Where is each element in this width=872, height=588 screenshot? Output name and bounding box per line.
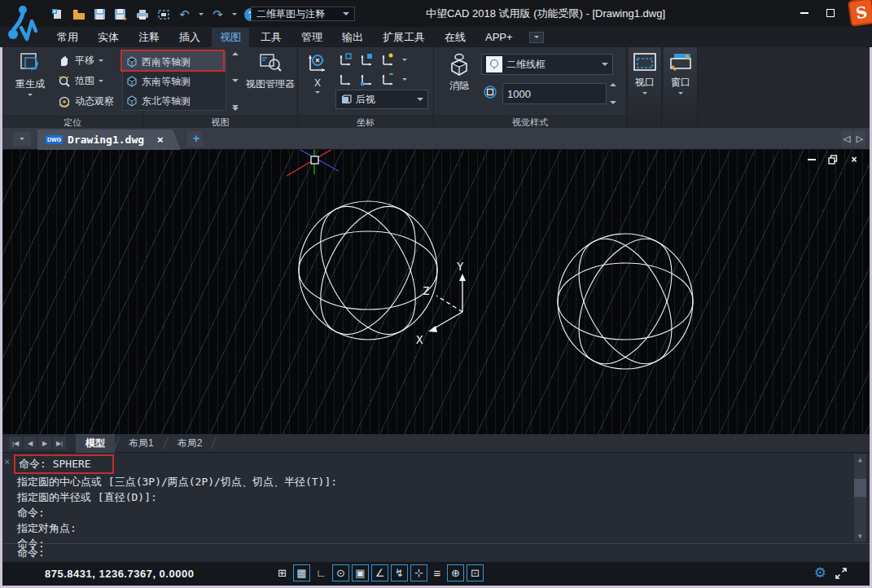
logo-letter: S (855, 2, 869, 22)
detail-value-input[interactable]: 1000 (502, 83, 607, 104)
layout-last-button[interactable]: ▶| (53, 437, 66, 450)
osnap-toggle-icon[interactable]: ▣ (352, 564, 369, 581)
drawing-minimize-button[interactable] (806, 155, 817, 165)
add-viewport-icon[interactable]: ⊕ (447, 564, 464, 581)
undo-icon[interactable]: ↶ (177, 8, 191, 21)
dynamic-input-toggle-icon[interactable]: ⊹ (410, 564, 427, 581)
tab-layout2[interactable]: 布局2 (168, 434, 213, 453)
new-document-button[interactable]: + (187, 131, 205, 147)
view-item-ne-isometric[interactable]: 东北等轴测 (123, 91, 226, 111)
viewport-button[interactable]: 视口 (630, 52, 659, 94)
application-window: ↶ ↷ ? 二维草图与注释 中望CAD 2018 试用版 (功能受限) - [D… (0, 0, 872, 588)
status-menu-icon[interactable]: ≡ (430, 564, 445, 581)
ucs-world-icon[interactable] (339, 52, 353, 67)
hide-button[interactable]: 消隐 (442, 52, 476, 93)
command-close-icon[interactable]: × (4, 456, 10, 467)
tab-view[interactable]: 视图 (212, 28, 249, 47)
drawing-canvas[interactable]: × Y (2, 150, 870, 434)
command-scrollbar[interactable]: ▲ ▼ (854, 454, 866, 542)
window-label: 窗口 (671, 76, 690, 90)
ucs-origin-icon[interactable] (360, 72, 375, 86)
scroll-up-icon[interactable] (232, 52, 239, 55)
tab-online[interactable]: 在线 (436, 28, 474, 47)
tab-solid[interactable]: 实体 (90, 28, 127, 47)
window-button[interactable]: 窗口 (666, 52, 695, 94)
status-right-controls: ⚙ (814, 564, 848, 581)
command-input[interactable]: 命令: (17, 546, 45, 560)
undo-dropdown-icon[interactable] (199, 13, 204, 15)
layout-next-button[interactable]: ▶ (38, 437, 51, 450)
tab-tools[interactable]: 工具 (252, 28, 290, 47)
named-view-dropdown[interactable]: 后视 (335, 90, 428, 109)
chevron-down-icon[interactable] (402, 59, 407, 61)
plot-preview-icon[interactable] (156, 8, 170, 21)
spinner-down-icon[interactable] (610, 101, 616, 104)
scroll-down-icon[interactable] (232, 79, 239, 82)
ribbon-options-button[interactable] (529, 32, 544, 43)
print-icon[interactable] (135, 8, 149, 21)
panel-visual-styles-label: 视觉样式 (434, 116, 626, 128)
panel-views-label: 视图 (143, 116, 297, 128)
ucs-previous-icon[interactable] (339, 72, 353, 86)
ortho-toggle-icon[interactable]: ∟ (313, 564, 330, 581)
fullscreen-icon[interactable] (835, 567, 848, 580)
workspace-dropdown[interactable]: 二维草图与注释 (251, 7, 355, 21)
ucs-z-axis-icon[interactable] (381, 72, 396, 86)
view-item-se-isometric[interactable]: 东南等轴测 (123, 72, 226, 91)
drawing-restore-button[interactable] (827, 155, 839, 165)
tab-express-tools[interactable]: 扩展工具 (375, 28, 433, 47)
layout-tab-bar: |◀ ◀ ▶ ▶| 模型 布局1 布局2 (2, 434, 870, 453)
spinner-up-icon[interactable] (610, 83, 616, 86)
chevron-down-icon[interactable] (402, 78, 407, 81)
ucs-named-icon[interactable] (360, 52, 375, 67)
new-file-icon[interactable] (50, 8, 64, 21)
redo-icon[interactable]: ↷ (211, 8, 225, 21)
document-close-icon[interactable]: × (157, 134, 164, 146)
tab-manage[interactable]: 管理 (293, 28, 331, 47)
scroll-down-icon[interactable]: ▼ (858, 533, 862, 540)
ucs-object-icon[interactable] (381, 52, 396, 67)
save-icon[interactable] (93, 8, 107, 21)
redo-dropdown-icon[interactable] (232, 13, 237, 15)
tab-scroll-left-icon[interactable]: ◁ (841, 130, 852, 147)
zoom-extents-button[interactable]: 范围 (58, 74, 103, 88)
orbit-button[interactable]: 动态观察 (58, 94, 114, 108)
layout-prev-button[interactable]: ◀ (24, 437, 37, 450)
command-scrollbar-thumb[interactable] (854, 479, 866, 497)
status-bar: 875.8431, 1236.7367, 0.0000 ⊞ ▦ ∟ ⊙ ▣ ∠ … (0, 562, 872, 586)
sync-viewport-icon[interactable]: ⊡ (467, 564, 484, 581)
status-toggle-icons: ⊞ ▦ ∟ ⊙ ▣ ∠ ↯ ⊹ ≡ ⊕ ⊡ (274, 564, 484, 581)
window-maximize-button[interactable] (823, 7, 838, 20)
otrack-toggle-icon[interactable]: ∠ (371, 564, 388, 581)
tab-layout1[interactable]: 布局1 (119, 434, 164, 453)
dynamic-ucs-toggle-icon[interactable]: ↯ (391, 564, 408, 581)
ucs-rotate-x-button[interactable]: X (303, 50, 332, 94)
chevron-down-icon (99, 80, 103, 82)
gallery-expand-icon[interactable] (232, 105, 239, 111)
pan-button[interactable]: 平移 (58, 54, 103, 68)
snap-toggle-icon[interactable]: ⊞ (274, 564, 291, 581)
gear-icon[interactable]: ⚙ (814, 564, 826, 581)
tab-home[interactable]: 常用 (49, 28, 86, 47)
tab-annotate[interactable]: 注释 (130, 28, 168, 47)
workspace-label: 二维草图与注释 (256, 7, 338, 21)
regen-button[interactable]: 重生成 (9, 50, 51, 96)
grid-toggle-icon[interactable]: ▦ (293, 564, 310, 581)
tab-insert[interactable]: 插入 (171, 28, 208, 47)
scroll-up-icon[interactable]: ▲ (858, 456, 862, 463)
save-as-icon[interactable] (114, 8, 128, 21)
view-manager-button[interactable]: 视图管理器 (246, 52, 295, 91)
visual-style-dropdown[interactable]: 二维线框 (481, 54, 613, 75)
tab-app-plus[interactable]: APP+ (477, 29, 521, 46)
tab-scroll-right-icon[interactable]: ▷ (854, 130, 865, 147)
window-minimize-button[interactable] (797, 7, 812, 20)
open-file-icon[interactable] (72, 8, 85, 21)
polar-toggle-icon[interactable]: ⊙ (332, 564, 349, 581)
document-tab[interactable]: DWG Drawing1.dwg × (37, 129, 181, 150)
document-list-button[interactable] (13, 132, 31, 146)
tab-model[interactable]: 模型 (76, 434, 115, 453)
layout-first-button[interactable]: |◀ (9, 437, 22, 450)
drawing-close-button[interactable]: × (848, 155, 860, 165)
tab-output[interactable]: 输出 (334, 28, 371, 47)
zwcad-logo (5, 3, 44, 44)
